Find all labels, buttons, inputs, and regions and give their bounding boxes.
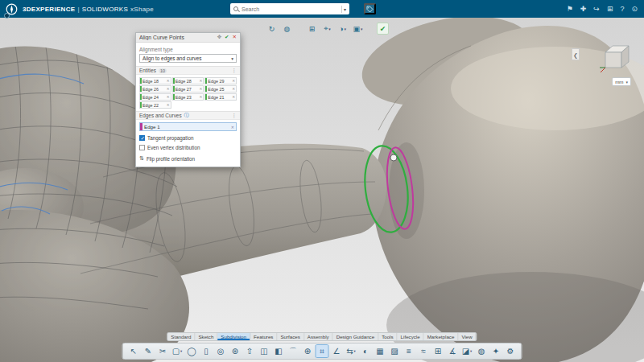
entities-label: Entities: [139, 68, 156, 73]
widgets-icon[interactable]: ⊞: [607, 6, 613, 13]
mirror-icon[interactable]: ⇆▾: [345, 344, 358, 358]
tag-button[interactable]: [364, 3, 376, 14]
thicken-icon[interactable]: ≡▾: [402, 344, 416, 358]
remove-entity-icon[interactable]: ✕: [198, 87, 203, 91]
selection-filter-icon[interactable]: ⌖▾: [321, 23, 333, 35]
view-mode-icon[interactable]: ▣▾: [352, 23, 364, 35]
3d-viewport[interactable]: ❮ mm ▾: [0, 18, 644, 362]
detach-dialog-icon[interactable]: ✥: [217, 35, 221, 40]
measure-icon[interactable]: ∡▾: [446, 344, 460, 358]
option-checkbox-row[interactable]: Even vertex distribution: [139, 145, 237, 150]
entity-chip[interactable]: Edge 28 ✕: [172, 77, 204, 84]
flip-profile-row[interactable]: ⇅ Flip profile orientation: [139, 155, 237, 162]
weld-points-icon[interactable]: ⊕▾: [301, 344, 315, 358]
units-dropdown[interactable]: mm ▾: [612, 77, 631, 86]
flag-icon[interactable]: ⚑: [567, 6, 573, 13]
option-checkbox-row[interactable]: Tangent propagation: [139, 135, 237, 141]
insert-loop-icon[interactable]: ◫▾: [258, 344, 271, 358]
snap-grid-icon[interactable]: ⊞▾: [306, 23, 318, 35]
ribbon-tab[interactable]: Surfaces: [277, 333, 303, 340]
close-icon[interactable]: ✕: [233, 35, 237, 40]
ribbon-tab[interactable]: Tools: [378, 333, 397, 340]
web-display-icon[interactable]: ◍▾: [281, 23, 293, 35]
select-icon[interactable]: ↖▾: [127, 344, 141, 358]
cylinder-primitive-icon[interactable]: ▯▾: [200, 344, 213, 358]
subdivide-icon[interactable]: ▦▾: [374, 344, 387, 358]
vertex-handle[interactable]: [390, 154, 397, 161]
3dexperience-compass-logo[interactable]: [6, 3, 18, 15]
sketch-icon[interactable]: ✎▾: [142, 344, 155, 358]
align-curve-points-dialog: Align Curve Points ✥ ✔ ✕ Alignment type …: [135, 32, 241, 167]
crease-edge-icon[interactable]: ∠▾: [330, 344, 344, 358]
entity-chip[interactable]: Edge 21 ✕: [204, 93, 237, 101]
display-style-icon[interactable]: ◍▾: [475, 344, 489, 358]
section-view-icon[interactable]: ◪▾: [460, 344, 474, 358]
ribbon-tab[interactable]: Standard: [167, 333, 195, 340]
alignment-type-dropdown[interactable]: Align to edges and curves ▾: [139, 54, 237, 63]
view-cube[interactable]: [597, 39, 634, 76]
settings-icon[interactable]: ⚙▾: [504, 344, 518, 358]
delete-face-icon[interactable]: ▨▾: [388, 344, 402, 358]
remove-entity-icon[interactable]: ✕: [231, 79, 236, 83]
dialog-titlebar[interactable]: Align Curve Points ✥ ✔ ✕: [136, 33, 240, 43]
knit-surface-icon[interactable]: ⊞▾: [431, 344, 445, 358]
offset-surface-icon[interactable]: ≈▾: [417, 344, 431, 358]
entities-menu-icon[interactable]: ⋮: [232, 68, 237, 74]
entity-chip[interactable]: Edge 23 ✕: [172, 93, 204, 101]
ribbon-tab[interactable]: Design Guidance: [333, 333, 378, 340]
ribbon-tab[interactable]: View: [458, 333, 476, 340]
split-face-icon[interactable]: ◧▾: [272, 344, 286, 358]
remove-entity-icon[interactable]: ✕: [198, 79, 203, 83]
extrude-face-icon[interactable]: ⇧▾: [243, 344, 257, 358]
checkbox[interactable]: [139, 145, 145, 150]
appearance-icon[interactable]: ✦▾: [489, 344, 503, 358]
entity-chip[interactable]: Edge 26 ✕: [139, 85, 171, 93]
entity-chip[interactable]: Edge 18 ✕: [139, 77, 171, 84]
remove-entity-icon[interactable]: ✕: [166, 95, 171, 99]
header-actions: ⚑ ✚ ↪ ⊞ ? ⊙: [567, 0, 638, 18]
user-icon[interactable]: ⊙: [631, 6, 638, 13]
remove-entity-icon[interactable]: ✕: [198, 95, 203, 99]
ribbon-tab[interactable]: Sketch: [195, 333, 217, 340]
entity-chip[interactable]: Edge 22 ✕: [139, 101, 171, 109]
remove-entity-icon[interactable]: ✕: [166, 79, 171, 83]
collapse-panel-chevron[interactable]: ❮: [572, 48, 580, 60]
help-icon[interactable]: ?: [620, 6, 624, 13]
flip-label: Flip profile orientation: [147, 156, 195, 162]
dialog-title: Align Curve Points: [139, 35, 214, 40]
share-icon[interactable]: ↪: [593, 6, 600, 13]
edge-selection-field[interactable]: Edge 1 ✕: [139, 122, 237, 131]
remove-entity-icon[interactable]: ✕: [166, 103, 171, 107]
align-points-icon[interactable]: ⌗▾: [316, 344, 329, 358]
checkbox[interactable]: [139, 135, 145, 141]
remove-entity-icon[interactable]: ✕: [231, 95, 236, 99]
ribbon-tab[interactable]: Features: [250, 333, 277, 340]
ribbon-tab[interactable]: Assembly: [304, 333, 333, 340]
sync-icon[interactable]: ↻▾: [266, 23, 278, 35]
display-style-icon[interactable]: ◑▾: [336, 23, 349, 35]
quadball-primitive-icon[interactable]: ⊛▾: [229, 344, 242, 358]
entity-chip[interactable]: Edge 29 ✕: [204, 77, 237, 84]
ribbon-tab[interactable]: Lifecycle: [398, 333, 424, 340]
box-primitive-icon[interactable]: ▢▾: [171, 344, 184, 358]
add-icon[interactable]: ✚: [580, 6, 587, 13]
remove-edge-icon[interactable]: ✕: [229, 125, 236, 130]
info-icon[interactable]: ⓘ: [184, 112, 189, 119]
confirm-icon[interactable]: ✔: [225, 35, 229, 40]
align-command-active-icon[interactable]: ✔▾: [377, 23, 389, 35]
entity-chip[interactable]: Edge 27 ✕: [172, 85, 204, 93]
entity-chip[interactable]: Edge 24 ✕: [139, 93, 171, 101]
edges-curves-menu-icon[interactable]: ⋮: [232, 113, 237, 119]
trim-icon[interactable]: ✂▾: [156, 344, 170, 358]
symmetry-icon[interactable]: ◐▾: [359, 344, 373, 358]
entity-chip[interactable]: Edge 25 ✕: [204, 85, 237, 93]
bridge-icon[interactable]: ⌒▾: [287, 344, 300, 358]
search-scope-chevron-icon[interactable]: ▾: [344, 6, 346, 12]
remove-entity-icon[interactable]: ✕: [231, 87, 236, 91]
ribbon-tab[interactable]: Subdivision: [217, 333, 250, 340]
torus-primitive-icon[interactable]: ◎▾: [214, 344, 228, 358]
ribbon-tab[interactable]: Marketplace: [424, 333, 459, 340]
remove-entity-icon[interactable]: ✕: [166, 87, 171, 91]
search-input[interactable]: [240, 6, 340, 12]
sphere-primitive-icon[interactable]: ◯▾: [185, 344, 199, 358]
